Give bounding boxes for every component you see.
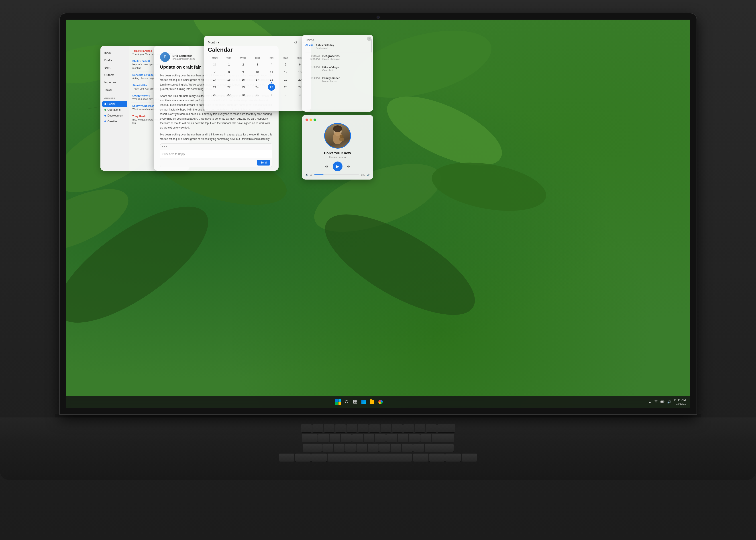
calendar-grid: MON TUE WED THU FRI SAT SUN 21 1 2 3 4 5… xyxy=(208,56,307,98)
cal-day-11[interactable]: 11 xyxy=(268,68,275,75)
group-label-operations: Operations xyxy=(108,108,121,111)
cal-day-10[interactable]: 10 xyxy=(254,68,261,75)
cal-day-2[interactable]: 2 xyxy=(240,61,247,68)
allday-event-loc: Restaurant xyxy=(316,47,370,50)
send-button[interactable]: Send xyxy=(257,160,270,166)
sidebar-item-drafts[interactable]: Drafts xyxy=(102,57,127,64)
windows-icon xyxy=(335,399,341,405)
cal-day-14[interactable]: 14 xyxy=(211,76,218,83)
close-traffic-light[interactable] xyxy=(305,118,308,121)
schedule-time-300: 3:00 PM xyxy=(305,66,320,69)
sender-email-address: erica@inspirion.com xyxy=(172,58,195,60)
cal-day-8[interactable]: 8 xyxy=(225,68,233,75)
taskbar-right: ▲ 🔊 xyxy=(648,398,686,406)
event-name-630: Family dinner xyxy=(322,76,370,80)
sidebar-item-important[interactable]: Important xyxy=(102,79,127,86)
sidebar-item-inbox[interactable]: Inbox xyxy=(102,50,127,57)
progress-fill xyxy=(314,175,324,175)
group-dot-social xyxy=(104,103,106,105)
group-item-development[interactable]: Development xyxy=(102,113,127,118)
cal-day-9[interactable]: 9 xyxy=(240,68,247,75)
song-title: Don't You Know xyxy=(324,151,351,155)
cal-day-7[interactable]: 7 xyxy=(211,68,218,75)
allday-event-name: Ash's birthday xyxy=(316,44,370,47)
taskbar-apps-button[interactable] xyxy=(360,398,367,405)
artist-name: Honey Lemon xyxy=(329,156,346,159)
tray-volume-icon[interactable]: 🔊 xyxy=(667,400,671,404)
cal-day-18[interactable]: 18 xyxy=(268,76,275,83)
previous-button[interactable]: ⏮ xyxy=(323,163,330,170)
cal-day-12[interactable]: 12 xyxy=(282,68,289,75)
schedule-event-300: Hike w/ dogs Greenbelt xyxy=(322,66,370,71)
cal-day-5[interactable]: 5 xyxy=(282,61,289,68)
email-sidebar: Inbox Drafts Sent Outbox Important Trash… xyxy=(100,46,129,171)
sidebar-item-sent[interactable]: Sent xyxy=(102,64,127,71)
play-icon: ▶ xyxy=(336,164,339,169)
progress-bar[interactable] xyxy=(314,175,359,175)
cal-day-next-2[interactable]: 2 xyxy=(282,91,289,98)
maximize-traffic-light[interactable] xyxy=(314,118,316,121)
music-player-widget: Don't You Know Honey Lemon ⏮ ▶ ⏭ 🔊 21 xyxy=(302,115,373,180)
calendar-title: Calendar xyxy=(208,46,307,53)
play-pause-button[interactable]: ▶ xyxy=(333,162,343,171)
cal-day-25-today[interactable]: 25 xyxy=(268,83,275,91)
sidebar-item-outbox[interactable]: Outbox xyxy=(102,71,127,78)
group-item-social[interactable]: Social xyxy=(102,101,127,107)
group-label-creative: Creative xyxy=(108,120,118,123)
calendar-search-button[interactable] xyxy=(293,39,299,46)
cal-day-24[interactable]: 24 xyxy=(254,83,261,91)
svg-rect-27 xyxy=(355,400,357,401)
group-item-creative[interactable]: Creative xyxy=(102,118,127,124)
reply-input[interactable] xyxy=(160,150,272,158)
cal-day-next-1[interactable]: 1 xyxy=(268,91,275,98)
cal-day-15[interactable]: 15 xyxy=(225,76,233,83)
next-button[interactable]: ⏭ xyxy=(345,163,352,170)
schedule-scrollbar[interactable] xyxy=(372,39,372,107)
schedule-close-button[interactable]: × xyxy=(367,37,372,41)
start-button[interactable] xyxy=(335,398,342,405)
chevron-down-icon: ▾ xyxy=(218,41,219,44)
cal-header-mon: MON xyxy=(208,56,222,61)
keyboard-row-2 xyxy=(89,434,668,443)
cal-day-17[interactable]: 17 xyxy=(254,76,261,83)
taskbar-search-button[interactable] xyxy=(343,398,350,405)
cal-day-19[interactable]: 19 xyxy=(282,76,289,83)
svg-line-15 xyxy=(296,43,297,44)
album-art xyxy=(324,123,351,149)
time-start-900: 9:00 AM xyxy=(305,55,320,58)
group-item-operations[interactable]: Operations xyxy=(102,107,127,113)
desktop: Inbox Drafts Sent Outbox Important Trash… xyxy=(66,20,690,408)
month-label: Month xyxy=(208,41,217,44)
cal-header-tue: TUE xyxy=(222,56,236,61)
cal-day-3[interactable]: 3 xyxy=(254,61,261,68)
sidebar-item-trash[interactable]: Trash xyxy=(102,86,127,93)
cal-day-31[interactable]: 31 xyxy=(254,91,261,98)
month-selector[interactable]: Month ▾ xyxy=(208,41,220,44)
taskbar-file-explorer[interactable] xyxy=(369,398,376,405)
cal-day-4[interactable]: 4 xyxy=(268,61,275,68)
cal-day-16[interactable]: 16 xyxy=(240,76,247,83)
calendar-header: Month ▾ xyxy=(208,39,307,46)
cal-day-26[interactable]: 26 xyxy=(282,83,289,91)
cal-day-21[interactable]: 21 xyxy=(211,83,218,91)
album-art-inner xyxy=(325,124,350,148)
music-progress-row: 🔊 21 1:00 🔊 xyxy=(305,174,370,176)
cal-day-prev-21[interactable]: 21 xyxy=(211,61,218,68)
cal-day-1[interactable]: 1 xyxy=(225,61,233,68)
taskbar-browser-button[interactable] xyxy=(377,398,384,405)
tray-chevron-icon[interactable]: ▲ xyxy=(648,400,652,404)
svg-point-21 xyxy=(340,135,344,138)
cal-day-29[interactable]: 29 xyxy=(225,91,233,98)
cal-day-22[interactable]: 22 xyxy=(225,83,233,91)
schedule-time-900: 9:00 AM 12:15 PM xyxy=(305,55,320,61)
minimize-traffic-light[interactable] xyxy=(309,118,312,121)
cal-day-30[interactable]: 30 xyxy=(240,91,247,98)
event-loc-630: Mom's house xyxy=(322,80,370,82)
sender-info: Eric Schulster erica@inspirion.com xyxy=(172,54,195,60)
schedule-today-label: TODAY xyxy=(305,38,370,41)
cal-day-23[interactable]: 23 xyxy=(240,83,247,91)
email-body-p3: I've been looking over the numbers and I… xyxy=(160,132,272,141)
taskbar-taskview-button[interactable] xyxy=(352,398,359,405)
cal-header-thu: THU xyxy=(251,56,264,61)
cal-day-28[interactable]: 28 xyxy=(211,91,218,98)
